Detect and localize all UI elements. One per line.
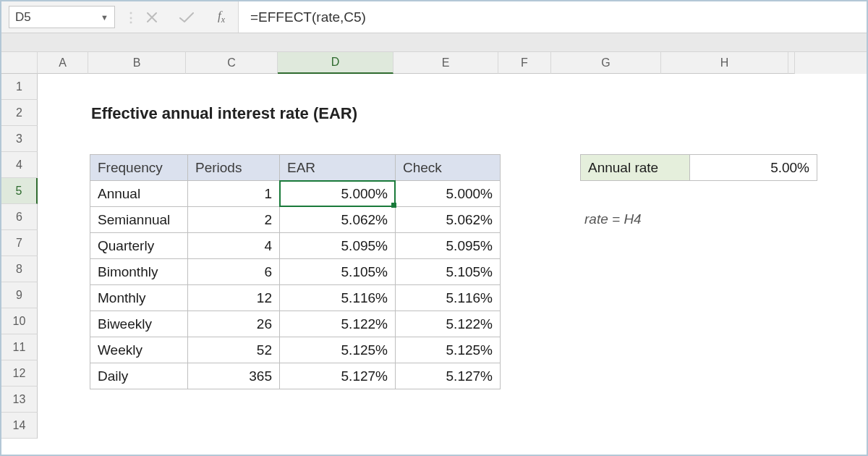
worksheet: A B C D E F G H 1 2 3 4 5 6 7 8 9 10 11 xyxy=(1,52,867,454)
cell-frequency[interactable]: Daily xyxy=(90,363,188,389)
excel-window: D5 ▼ ⋮ fx =EFFECT(rate,C5) A B C D E xyxy=(0,0,868,456)
chevron-down-icon[interactable]: ▼ xyxy=(101,13,109,22)
row-header-14[interactable]: 14 xyxy=(1,413,38,439)
cell-check[interactable]: 5.105% xyxy=(396,259,501,285)
table-row: Monthly 12 5.116% 5.116% xyxy=(90,285,501,311)
th-check[interactable]: Check xyxy=(396,155,501,181)
select-all-corner[interactable] xyxy=(1,52,38,74)
table-row: Semiannual 2 5.062% 5.062% xyxy=(90,207,501,233)
formula-bar-grip-icon: ⋮ xyxy=(121,1,142,33)
row-header-2[interactable]: 2 xyxy=(1,100,38,126)
col-header-H[interactable]: H xyxy=(661,52,788,74)
formula-input[interactable]: =EFFECT(rate,C5) xyxy=(238,1,867,33)
cell-ear[interactable]: 5.105% xyxy=(280,259,396,285)
cell-periods[interactable]: 12 xyxy=(188,285,280,311)
cell-check[interactable]: 5.062% xyxy=(396,207,501,233)
fx-icon[interactable]: fx xyxy=(212,8,231,27)
cell-ear[interactable]: 5.122% xyxy=(280,311,396,337)
ear-table: Frequency Periods EAR Check Annual 1 5.0… xyxy=(90,154,501,389)
col-header-A[interactable]: A xyxy=(38,52,88,74)
ribbon-gap xyxy=(1,33,867,52)
cell-check[interactable]: 5.000% xyxy=(396,181,501,207)
grid-body[interactable]: Effective annual interest rate (EAR) Fre… xyxy=(38,74,867,454)
col-header-G[interactable]: G xyxy=(551,52,661,74)
table-row: Bimonthly 6 5.105% 5.105% xyxy=(90,259,501,285)
row-header-13[interactable]: 13 xyxy=(1,387,38,413)
confirm-icon[interactable] xyxy=(177,8,196,27)
table-row: Annual 1 5.000% 5.000% xyxy=(90,181,501,207)
cell-frequency[interactable]: Semiannual xyxy=(90,207,188,233)
cell-ear[interactable]: 5.062% xyxy=(280,207,396,233)
cell-periods[interactable]: 26 xyxy=(188,311,280,337)
cell-frequency[interactable]: Monthly xyxy=(90,285,188,311)
row-header-3[interactable]: 3 xyxy=(1,126,38,152)
row-header-4[interactable]: 4 xyxy=(1,152,38,178)
cell-frequency[interactable]: Annual xyxy=(90,181,188,207)
annual-rate-value[interactable]: 5.00% xyxy=(690,154,817,181)
cell-periods[interactable]: 52 xyxy=(188,337,280,363)
cell-ear[interactable]: 5.127% xyxy=(280,363,396,389)
cell-check[interactable]: 5.122% xyxy=(396,311,501,337)
col-header-D[interactable]: D xyxy=(278,52,393,74)
annual-rate-label[interactable]: Annual rate xyxy=(580,154,690,181)
cell-ear[interactable]: 5.095% xyxy=(280,233,396,259)
row-headers: 1 2 3 4 5 6 7 8 9 10 11 12 13 14 xyxy=(1,74,38,454)
cell-frequency[interactable]: Weekly xyxy=(90,337,188,363)
row-header-8[interactable]: 8 xyxy=(1,256,38,282)
column-headers: A B C D E F G H xyxy=(1,52,867,74)
name-box-value: D5 xyxy=(15,10,31,25)
cell-periods[interactable]: 6 xyxy=(188,259,280,285)
table-row: Daily 365 5.127% 5.127% xyxy=(90,363,501,389)
col-header-C[interactable]: C xyxy=(186,52,278,74)
cell-periods[interactable]: 365 xyxy=(188,363,280,389)
row-header-1[interactable]: 1 xyxy=(1,74,38,100)
cell-ear[interactable]: 5.000% xyxy=(280,181,396,207)
formula-bar-buttons: fx xyxy=(142,1,238,33)
row-header-7[interactable]: 7 xyxy=(1,230,38,256)
cell-check[interactable]: 5.116% xyxy=(396,285,501,311)
cell-frequency[interactable]: Bimonthly xyxy=(90,259,188,285)
th-frequency[interactable]: Frequency xyxy=(90,155,188,181)
col-header-edge xyxy=(788,52,795,74)
cell-check[interactable]: 5.095% xyxy=(396,233,501,259)
name-box-container: D5 ▼ xyxy=(1,1,121,33)
cell-check[interactable]: 5.127% xyxy=(396,363,501,389)
cell-periods[interactable]: 1 xyxy=(188,181,280,207)
page-title: Effective annual interest rate (EAR) xyxy=(91,104,357,123)
table-row: Weekly 52 5.125% 5.125% xyxy=(90,337,501,363)
col-header-F[interactable]: F xyxy=(498,52,551,74)
cell-check[interactable]: 5.125% xyxy=(396,337,501,363)
name-box[interactable]: D5 ▼ xyxy=(9,6,115,28)
annual-rate-box: Annual rate 5.00% xyxy=(580,154,817,181)
th-periods[interactable]: Periods xyxy=(188,155,280,181)
cell-periods[interactable]: 2 xyxy=(188,207,280,233)
formula-text: =EFFECT(rate,C5) xyxy=(250,9,366,25)
cell-frequency[interactable]: Biweekly xyxy=(90,311,188,337)
table-header-row: Frequency Periods EAR Check xyxy=(90,155,501,181)
row-header-12[interactable]: 12 xyxy=(1,360,38,387)
rate-note: rate = H4 xyxy=(584,211,642,227)
table-row: Biweekly 26 5.122% 5.122% xyxy=(90,311,501,337)
row-header-9[interactable]: 9 xyxy=(1,282,38,308)
col-header-E[interactable]: E xyxy=(393,52,498,74)
col-header-B[interactable]: B xyxy=(88,52,186,74)
cell-frequency[interactable]: Quarterly xyxy=(90,233,188,259)
th-ear[interactable]: EAR xyxy=(280,155,396,181)
grid-rows: 1 2 3 4 5 6 7 8 9 10 11 12 13 14 Effecti… xyxy=(1,74,867,454)
cell-periods[interactable]: 4 xyxy=(188,233,280,259)
row-header-11[interactable]: 11 xyxy=(1,334,38,360)
cancel-icon[interactable] xyxy=(142,8,161,27)
cell-ear[interactable]: 5.125% xyxy=(280,337,396,363)
row-header-10[interactable]: 10 xyxy=(1,308,38,334)
row-header-6[interactable]: 6 xyxy=(1,204,38,230)
table-row: Quarterly 4 5.095% 5.095% xyxy=(90,233,501,259)
row-header-5[interactable]: 5 xyxy=(1,178,38,204)
formula-bar: D5 ▼ ⋮ fx =EFFECT(rate,C5) xyxy=(1,1,867,33)
cell-ear[interactable]: 5.116% xyxy=(280,285,396,311)
